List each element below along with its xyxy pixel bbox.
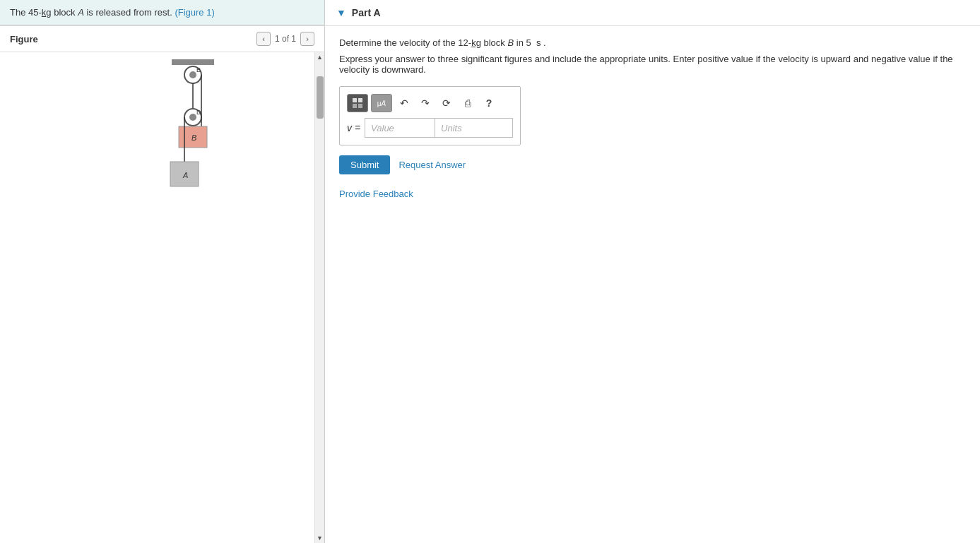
figure-link[interactable]: (Figure 1)	[175, 7, 214, 18]
units-input[interactable]	[435, 118, 513, 138]
redo-button[interactable]: ↷	[416, 94, 435, 112]
answer-toolbar: μA ↶ ↷ ⟳ ⎙ ?	[347, 94, 513, 112]
value-input[interactable]	[365, 118, 435, 138]
figure-navigation: ‹ 1 of 1 ›	[256, 32, 314, 46]
svg-rect-19	[353, 98, 357, 102]
part-header: ▼ Part A	[325, 0, 980, 26]
right-panel: ▼ Part A Determine the velocity of the 1…	[325, 0, 980, 543]
svg-text:D: D	[196, 109, 201, 116]
figure-next-button[interactable]: ›	[300, 32, 314, 46]
svg-point-6	[189, 71, 196, 78]
question-text: Determine the velocity of the 12-kg bloc…	[339, 37, 966, 48]
instruction-text: Express your answer to three significant…	[339, 54, 966, 75]
figure-section: Figure ‹ 1 of 1 ›	[0, 25, 324, 543]
figure-prev-button[interactable]: ‹	[256, 32, 271, 46]
keyboard-button[interactable]: ⎙	[459, 94, 477, 112]
help-button[interactable]: ?	[480, 94, 498, 112]
svg-rect-20	[358, 98, 362, 102]
provide-feedback-link[interactable]: Provide Feedback	[339, 189, 413, 199]
figure-title: Figure	[10, 34, 38, 44]
figure-image-area: E D B	[0, 52, 314, 543]
svg-text:A: A	[182, 171, 188, 179]
answer-input-row: v =	[347, 118, 513, 138]
reset-button[interactable]: ⟳	[437, 94, 456, 112]
left-panel: The 45-kg block A is released from rest.…	[0, 0, 325, 543]
scroll-thumb[interactable]	[317, 76, 324, 119]
svg-text:E: E	[196, 66, 201, 73]
part-content: Determine the velocity of the 12-kg bloc…	[325, 26, 980, 210]
svg-rect-21	[353, 104, 357, 108]
request-answer-link[interactable]: Request Answer	[399, 160, 466, 170]
problem-intro: The 45-kg block A is released from rest.	[10, 7, 175, 18]
pulley-diagram: E D B	[87, 59, 228, 215]
figure-scrollbar[interactable]: ▲ ▼	[314, 52, 324, 543]
scroll-up-arrow[interactable]: ▲	[315, 52, 325, 62]
undo-button[interactable]: ↶	[395, 94, 413, 112]
v-label: v =	[347, 122, 360, 133]
figure-header: Figure ‹ 1 of 1 ›	[0, 25, 324, 52]
action-row: Submit Request Answer	[339, 155, 966, 174]
svg-rect-22	[358, 104, 362, 108]
matrix-button[interactable]	[347, 94, 368, 112]
svg-text:B: B	[191, 133, 196, 142]
svg-point-10	[189, 114, 196, 121]
figure-page-indicator: 1 of 1	[275, 34, 296, 44]
part-toggle-icon[interactable]: ▼	[336, 7, 346, 18]
problem-text-area: The 45-kg block A is released from rest.…	[0, 0, 324, 25]
figure-body: E D B	[0, 52, 324, 543]
part-title: Part A	[352, 7, 381, 18]
answer-input-box: μA ↶ ↷ ⟳ ⎙ ? v =	[339, 86, 521, 145]
scroll-down-arrow[interactable]: ▼	[315, 533, 325, 543]
symbol-button[interactable]: μA	[371, 94, 392, 112]
submit-button[interactable]: Submit	[339, 155, 390, 174]
